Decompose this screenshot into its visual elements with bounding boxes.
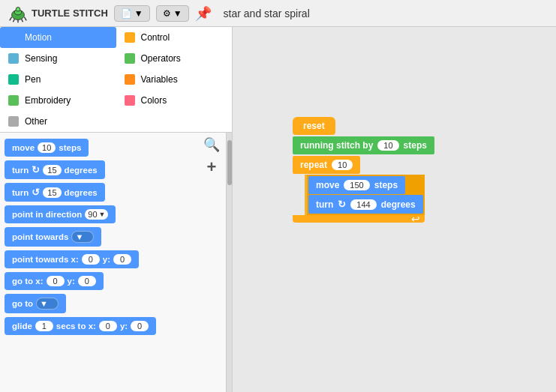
main-layout: Motion Control Sensing Operators Pen Var… [0, 27, 556, 392]
variables-dot [125, 74, 135, 85]
svg-line-6 [24, 16, 26, 20]
block-turn-cw-input[interactable]: 15 [43, 165, 61, 175]
canvas-repeat-block[interactable]: repeat 10 [293, 156, 360, 174]
block-glide-secs-input[interactable]: 1 [35, 321, 53, 331]
block-turn-cw-suffix: degrees [65, 166, 98, 175]
sensing-label: Sensing [25, 53, 57, 64]
block-point-towards-y-input[interactable]: 0 [113, 254, 131, 265]
block-move[interactable]: move 10 steps [5, 139, 89, 157]
block-glide[interactable]: glide 1 secs to x: 0 y: 0 [5, 317, 156, 335]
blocks-area: 🔍 + move 10 steps turn ↻ 15 degrees [0, 133, 226, 392]
cat-variables[interactable]: Variables [116, 69, 233, 90]
svg-point-2 [16, 7, 20, 11]
block-go-to-dropdown[interactable]: ▼ [36, 298, 59, 310]
block-turn-cw-label: turn [12, 166, 29, 175]
block-go-to-x-input[interactable]: 0 [47, 276, 65, 286]
add-button[interactable]: + [203, 157, 220, 177]
operators-dot [125, 53, 135, 64]
file-btn-arrow: ▼ [134, 8, 143, 19]
turn-cw-icon: ↻ [32, 164, 40, 175]
block-glide-y-label: y: [120, 322, 128, 331]
cat-colors[interactable]: Colors [116, 90, 233, 111]
canvas-running-stitch-suffix: steps [404, 140, 427, 151]
turtle-logo-icon [8, 3, 29, 24]
logo: TURTLE STITCH [8, 3, 108, 24]
block-point-direction-label: point in direction [12, 210, 82, 219]
block-glide-y-input[interactable]: 0 [131, 321, 149, 331]
other-label: Other [25, 116, 47, 127]
cat-other[interactable]: Other [0, 111, 116, 132]
header: TURTLE STITCH 📄 ▼ ⚙ ▼ 📌 star and star sp… [0, 0, 556, 27]
sensing-dot [8, 53, 19, 64]
scroll-thumb[interactable] [227, 140, 232, 185]
block-glide-label: glide [12, 322, 32, 331]
cat-embroidery[interactable]: Embroidery [0, 90, 116, 111]
block-go-to-xy[interactable]: go to x: 0 y: 0 [5, 272, 104, 290]
block-go-to-y-input[interactable]: 0 [78, 276, 96, 286]
block-point-towards-xy[interactable]: point towards x: 0 y: 0 [5, 250, 139, 268]
canvas-move-block[interactable]: move 150 steps [308, 176, 405, 194]
canvas-repeat-wrapper: repeat 10 move 150 steps turn ↻ [293, 156, 425, 223]
block-point-direction-input[interactable]: 90▼ [85, 209, 108, 220]
block-turn-ccw-input[interactable]: 15 [43, 187, 61, 198]
canvas-running-stitch-block[interactable]: running stitch by 10 steps [293, 136, 434, 154]
svg-line-5 [22, 19, 23, 22]
settings-button[interactable]: ⚙ ▼ [156, 5, 189, 22]
file-icon: 📄 [121, 8, 132, 19]
block-point-towards[interactable]: point towards ▼ [5, 227, 101, 247]
project-title: star and star spiral [224, 7, 310, 19]
embroidery-dot [8, 95, 19, 106]
left-panel: Motion Control Sensing Operators Pen Var… [0, 27, 233, 392]
canvas-repeat-label: repeat [300, 160, 327, 170]
block-turn-cw[interactable]: turn ↻ 15 degrees [5, 160, 105, 179]
canvas-block-group: reset running stitch by 10 steps repeat … [293, 117, 434, 223]
canvas-repeat-input[interactable]: 10 [332, 160, 353, 170]
block-move-label: move [12, 143, 35, 152]
scrollbar[interactable] [226, 133, 232, 392]
canvas-running-stitch-input[interactable]: 10 [377, 140, 398, 151]
turn-ccw-icon: ↺ [32, 187, 40, 198]
motion-dot [8, 32, 19, 43]
embroidery-label: Embroidery [25, 95, 71, 106]
block-point-towards-dropdown[interactable]: ▼ [71, 231, 94, 243]
block-point-towards-xy-label: point towards x: [12, 255, 79, 264]
block-go-to-y-label: y: [68, 277, 75, 286]
logo-text: TURTLE STITCH [32, 7, 108, 19]
block-point-towards-x-input[interactable]: 0 [82, 254, 100, 265]
block-point-direction[interactable]: point in direction 90▼ [5, 205, 116, 223]
cat-control[interactable]: Control [116, 27, 233, 48]
pen-dot [8, 74, 19, 85]
variables-label: Variables [141, 74, 178, 85]
block-go-to-xy-label: go to x: [12, 277, 44, 286]
colors-dot [125, 95, 135, 106]
search-button[interactable]: 🔍 [203, 136, 220, 153]
block-go-to[interactable]: go to ▼ [5, 294, 66, 313]
cat-sensing[interactable]: Sensing [0, 48, 116, 69]
file-button[interactable]: 📄 ▼ [114, 5, 150, 22]
canvas-turn-suffix: degrees [381, 199, 416, 210]
svg-line-4 [13, 19, 14, 22]
block-move-input[interactable]: 10 [38, 142, 56, 153]
svg-line-3 [10, 16, 12, 20]
canvas-turn-block[interactable]: turn ↻ 144 degrees [308, 195, 423, 214]
block-glide-secs-label: secs to x: [56, 322, 96, 331]
canvas-running-stitch-label: running stitch by [300, 140, 373, 151]
category-grid: Motion Control Sensing Operators Pen Var… [0, 27, 232, 133]
cat-motion[interactable]: Motion [0, 27, 116, 48]
gear-icon: ⚙ [163, 8, 171, 19]
block-glide-x-input[interactable]: 0 [99, 321, 117, 331]
pin-button[interactable]: 📌 [195, 5, 212, 22]
other-dot [8, 116, 19, 127]
canvas-move-input[interactable]: 150 [344, 180, 369, 190]
canvas-turn-label: turn [316, 199, 333, 210]
cat-pen[interactable]: Pen [0, 69, 116, 90]
block-move-suffix: steps [59, 143, 81, 152]
canvas-reset-block[interactable]: reset [293, 117, 335, 135]
canvas-turn-icon: ↻ [338, 199, 346, 210]
block-turn-ccw-label: turn [12, 188, 29, 197]
block-point-towards-label: point towards [12, 232, 68, 241]
block-turn-ccw[interactable]: turn ↺ 15 degrees [5, 183, 105, 202]
canvas-turn-input[interactable]: 144 [350, 199, 376, 210]
cat-operators[interactable]: Operators [116, 48, 233, 69]
control-dot [125, 32, 135, 43]
